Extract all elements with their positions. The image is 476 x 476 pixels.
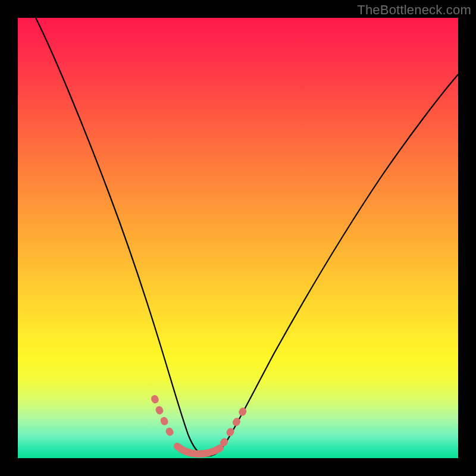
curve-layer [18, 18, 458, 458]
watermark-text: TheBottleneck.com [357, 2, 471, 18]
main-curve [36, 18, 458, 456]
accent-bottom [177, 446, 220, 454]
accent-right-dots [224, 408, 245, 443]
accent-group [155, 399, 245, 454]
plot-area [18, 18, 458, 458]
accent-left-dots [155, 399, 174, 439]
outer-frame: TheBottleneck.com [0, 0, 476, 476]
